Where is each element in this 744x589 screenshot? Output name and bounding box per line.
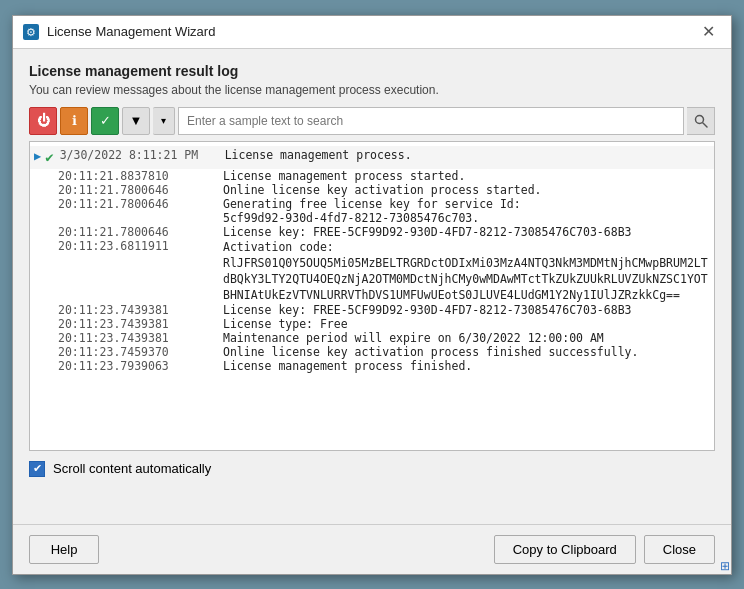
search-input[interactable] bbox=[178, 107, 684, 135]
log-row: 20:11:21.7800646 License key: FREE-5CF99… bbox=[30, 225, 714, 239]
svg-line-3 bbox=[703, 123, 707, 127]
section-description: You can review messages about the licens… bbox=[29, 83, 715, 97]
log-row: 20:11:21.7800646 Generating free license… bbox=[30, 197, 714, 225]
search-icon bbox=[694, 114, 708, 128]
log-timestamp: 20:11:23.7439381 bbox=[58, 331, 223, 345]
log-row: 20:11:23.6811911 Activation code:RlJFRS0… bbox=[30, 239, 714, 303]
log-message: Online license key activation process st… bbox=[223, 183, 542, 197]
log-timestamp: 20:11:23.7439381 bbox=[58, 317, 223, 331]
svg-text:⚙: ⚙ bbox=[26, 26, 36, 38]
log-row: 20:11:23.7439381 License key: FREE-5CF99… bbox=[30, 303, 714, 317]
copy-to-clipboard-button[interactable]: Copy to Clipboard bbox=[494, 535, 636, 564]
log-message: License key: FREE-5CF99D92-930D-4FD7-821… bbox=[223, 225, 632, 239]
dialog-footer: Help Copy to Clipboard Close bbox=[13, 524, 731, 574]
log-timestamp: 20:11:21.7800646 bbox=[58, 197, 223, 211]
log-timestamp: 20:11:21.8837810 bbox=[58, 169, 223, 183]
log-timestamp: 20:11:23.7939063 bbox=[58, 359, 223, 373]
log-timestamp: 20:11:23.6811911 bbox=[58, 239, 223, 253]
title-bar-left: ⚙ License Management Wizard bbox=[23, 24, 215, 40]
log-message: Activation code:RlJFRS01Q0Y5OUQ5Mi05MzBE… bbox=[223, 239, 714, 303]
dialog-title: License Management Wizard bbox=[47, 24, 215, 39]
log-row: ▶ ✔ 3/30/2022 8:11:21 PM License managem… bbox=[30, 146, 714, 169]
wizard-icon: ⚙ bbox=[23, 24, 39, 40]
log-message: Online license key activation process fi… bbox=[223, 345, 638, 359]
warning-icon: ℹ bbox=[72, 113, 77, 128]
log-timestamp: 20:11:23.7439381 bbox=[58, 303, 223, 317]
log-message: License type: Free bbox=[223, 317, 348, 331]
expand-arrow-icon: ▶ bbox=[34, 147, 41, 165]
footer-right-buttons: Copy to Clipboard Close bbox=[494, 535, 715, 564]
log-message: Maintenance period will expire on 6/30/2… bbox=[223, 331, 604, 345]
log-row: 20:11:23.7439381 Maintenance period will… bbox=[30, 331, 714, 345]
filter-dropdown-button[interactable]: ▾ bbox=[153, 107, 175, 135]
error-icon: ⏻ bbox=[37, 113, 50, 128]
close-button[interactable]: Close bbox=[644, 535, 715, 564]
scroll-auto-checkbox[interactable]: ✔ bbox=[29, 461, 45, 477]
log-row: 20:11:23.7459370 Online license key acti… bbox=[30, 345, 714, 359]
scroll-auto-row: ✔ Scroll content automatically bbox=[29, 451, 715, 485]
log-message: License management process started. bbox=[223, 169, 465, 183]
scroll-auto-label: Scroll content automatically bbox=[53, 461, 211, 476]
svg-point-2 bbox=[695, 115, 703, 123]
resize-handle[interactable]: ⊞ bbox=[720, 559, 730, 573]
checkmark-icon: ✔ bbox=[33, 463, 42, 474]
log-row: 20:11:23.7939063 License management proc… bbox=[30, 359, 714, 373]
help-button[interactable]: Help bbox=[29, 535, 99, 564]
log-message: Generating free license key for service … bbox=[223, 197, 521, 225]
search-button[interactable] bbox=[687, 107, 715, 135]
log-row: 20:11:23.7439381 License type: Free bbox=[30, 317, 714, 331]
filter-info-button[interactable]: ✓ bbox=[91, 107, 119, 135]
log-timestamp: 20:11:23.7459370 bbox=[58, 345, 223, 359]
title-bar: ⚙ License Management Wizard ✕ bbox=[13, 16, 731, 49]
log-message: License management process finished. bbox=[223, 359, 472, 373]
filter-warning-button[interactable]: ℹ bbox=[60, 107, 88, 135]
log-row: 20:11:21.7800646 Online license key acti… bbox=[30, 183, 714, 197]
log-message: License management process. bbox=[225, 147, 412, 164]
info-icon: ✓ bbox=[100, 113, 111, 128]
dialog: ⚙ License Management Wizard ✕ License ma… bbox=[12, 15, 732, 575]
log-timestamp: 20:11:21.7800646 bbox=[58, 183, 223, 197]
dialog-close-button[interactable]: ✕ bbox=[696, 22, 721, 42]
dialog-content: License management result log You can re… bbox=[13, 49, 731, 524]
filter-button[interactable]: ▼ bbox=[122, 107, 150, 135]
success-icon: ✔ bbox=[45, 147, 53, 168]
chevron-down-icon: ▾ bbox=[161, 115, 166, 126]
log-timestamp: 20:11:21.7800646 bbox=[58, 225, 223, 239]
log-toolbar: ⏻ ℹ ✓ ▼ ▾ bbox=[29, 107, 715, 135]
section-title: License management result log bbox=[29, 63, 715, 79]
log-message: License key: FREE-5CF99D92-930D-4FD7-821… bbox=[223, 303, 632, 317]
filter-error-button[interactable]: ⏻ bbox=[29, 107, 57, 135]
log-area[interactable]: ▶ ✔ 3/30/2022 8:11:21 PM License managem… bbox=[29, 141, 715, 451]
log-row: 20:11:21.8837810 License management proc… bbox=[30, 169, 714, 183]
log-timestamp: 3/30/2022 8:11:21 PM bbox=[60, 147, 225, 164]
filter-icon: ▼ bbox=[130, 113, 143, 128]
